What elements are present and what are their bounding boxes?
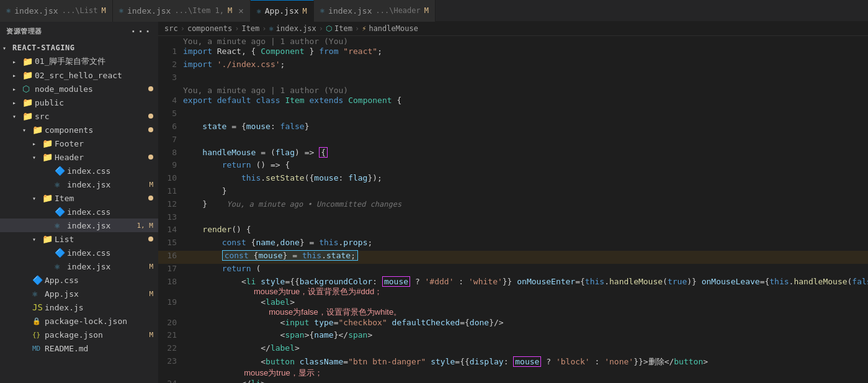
annotation-mouse-false-bg: mouse为false，设置背景色为white。 [269, 307, 401, 317]
jsx-file-icon: ⚛ [55, 179, 65, 189]
ln-18: 18 [158, 277, 183, 297]
code-line-15: 15 const {name,done} = this.props; [158, 238, 868, 251]
sidebar-item-package-json[interactable]: {} package.json M [0, 328, 158, 341]
header-dot [148, 155, 153, 160]
item-css-label: index.css [67, 207, 158, 217]
header-jsx-label: index.jsx [67, 180, 149, 189]
tab-label2: index.jsx [127, 6, 171, 16]
mouse-highlight-1: mouse [382, 276, 410, 287]
ln-10: 10 [158, 173, 183, 186]
sidebar-item-list-jsx[interactable]: ⚛ index.jsx M [0, 259, 158, 273]
sidebar-item-header-jsx[interactable]: ⚛ index.jsx M [0, 178, 158, 191]
sidebar-item-package-lock[interactable]: 🔒 package-lock.json [0, 314, 158, 328]
sidebar-item-app-jsx[interactable]: ⚛ App.jsx M [0, 287, 158, 300]
sidebar-item-list-folder[interactable]: ▾ 📁 List [0, 232, 158, 246]
code-line-12: 12 } You, a minute ago • Uncommitted cha… [158, 199, 868, 212]
chevron-right-icon2: ▸ [12, 72, 22, 79]
code-line-11: 11 } [158, 186, 868, 199]
ln-14: 14 [158, 225, 183, 238]
sidebar-item-header[interactable]: ▾ 📁 Header [0, 150, 158, 164]
sidebar-item-index-js[interactable]: JS index.js [0, 300, 158, 314]
breadcrumb: src › components › Item › ⚛ index.jsx › … [158, 22, 868, 36]
node-modules-label: node_modules [35, 84, 148, 94]
css-file-icon: 🔷 [55, 166, 65, 176]
sidebar-menu-icon[interactable]: ··· [130, 25, 152, 37]
chevron-down-icon3: ▾ [22, 127, 32, 133]
sidebar-item-list-css[interactable]: 🔷 index.css [0, 246, 158, 259]
ln-22: 22 [158, 343, 183, 356]
ln-3: 3 [158, 73, 183, 86]
code-line-13: 13 [158, 212, 868, 225]
code-line-8: 8 handleMouse = (flag) => { [158, 148, 868, 161]
ln-24: 24 [158, 379, 183, 383]
sidebar-item-folder1[interactable]: ▸ 📁 01_脚手架自带文件 [0, 55, 158, 68]
close-icon[interactable]: ✕ [238, 6, 243, 16]
folder-icon2: 📁 [22, 70, 32, 80]
code-line-3: 3 [158, 73, 868, 86]
jsx-icon3: ⚛ [257, 7, 261, 16]
jsx-icon4: ⚛ [320, 6, 324, 15]
lc-4: export default class Item extends Compon… [183, 96, 868, 109]
sidebar-item-header-css[interactable]: 🔷 index.css [0, 164, 158, 178]
sidebar-item-item-jsx[interactable]: ⚛ index.jsx 1, M [0, 219, 158, 232]
src-dot [148, 114, 153, 119]
ln-1: 1 [158, 47, 183, 60]
sidebar-item-public[interactable]: ▸ 📁 public [0, 96, 158, 109]
folder-label: 01_脚手架自带文件 [35, 56, 158, 67]
lc-14: render() { [183, 225, 868, 238]
sidebar-item-components[interactable]: ▾ 📁 components [0, 123, 158, 137]
tab-label: index.jsx [14, 6, 58, 16]
package-json-label: package.json [45, 330, 149, 340]
ln-20: 20 [158, 318, 183, 331]
modified-dot [148, 86, 153, 91]
sidebar-item-src[interactable]: ▾ 📁 src [0, 109, 158, 123]
git-author-2: You, a minute ago | 1 author (You) [183, 86, 868, 95]
ln-6: 6 [158, 122, 183, 135]
code-line-20: 20 <input type="checkbox" defaultChecked… [158, 318, 868, 331]
lc-8: handleMouse = (flag) => { [183, 148, 868, 161]
breadcrumb-file: index.jsx [276, 24, 316, 33]
code-line-17: 17 return ( [158, 264, 868, 277]
tab-list-index[interactable]: ⚛ index.jsx ...\List M [0, 0, 113, 22]
ln-13: 13 [158, 212, 183, 225]
sidebar-item-item-css[interactable]: 🔷 index.css [0, 205, 158, 219]
breadcrumb-sep3: › [262, 24, 266, 33]
header-label: Header [55, 153, 148, 162]
sidebar-item-folder2[interactable]: ▸ 📁 02_src_hello_react [0, 68, 158, 82]
item-folder-icon: 📁 [42, 193, 52, 203]
header-css-label: index.css [67, 166, 158, 176]
main-layout: 资源管理器 ··· ▾ REACT-STAGING ▸ 📁 01_脚手架自带文件… [0, 22, 868, 383]
tab-item-index[interactable]: ⚛ index.jsx ...\Item 1, M ✕ [113, 0, 251, 22]
git-author-1: You, a minute ago | 1 author (You) [183, 37, 868, 46]
mouse-highlight-2: mouse [513, 356, 541, 367]
item-css-icon: 🔷 [55, 207, 65, 217]
list-jsx-icon: ⚛ [55, 261, 65, 271]
ln-7: 7 [158, 135, 183, 148]
node-modules-icon: ⬡ [22, 84, 32, 94]
sidebar-item-app-css[interactable]: 🔷 App.css [0, 273, 158, 287]
lc-6: state = {mouse: false} [183, 122, 868, 135]
code-line-6: 6 state = {mouse: false} [158, 122, 868, 135]
item-jsx-badge: 1, M [137, 222, 154, 230]
lc-24: </li> mouse为false，隐藏。 [183, 379, 868, 383]
lc-23: <button className="btn btn-danger" style… [183, 356, 868, 379]
sidebar-item-readme[interactable]: MD README.md [0, 341, 158, 355]
editor-content[interactable]: You, a minute ago | 1 author (You) 1 imp… [158, 36, 868, 383]
tab-bar: ⚛ index.jsx ...\List M ⚛ index.jsx ...\I… [0, 0, 868, 22]
code-line-4: 4 export default class Item extends Comp… [158, 96, 868, 109]
lc-11: } [183, 186, 868, 199]
tab-header-index[interactable]: ⚛ index.jsx ...\Header M [314, 0, 436, 22]
breadcrumb-sep4: › [319, 24, 323, 33]
breadcrumb-fn-icon: ⚡ [362, 24, 366, 33]
lc-2: import './index.css'; [183, 60, 868, 73]
code-line-14: 14 render() { [158, 225, 868, 238]
lc-10: this.setState({mouse: flag}); [183, 173, 868, 186]
components-folder-icon: 📁 [32, 125, 42, 135]
sidebar-item-project[interactable]: ▾ REACT-STAGING [0, 41, 158, 55]
breadcrumb-sep1: › [181, 24, 185, 33]
tab-app-jsx[interactable]: ⚛ App.jsx M [251, 0, 314, 22]
chevron-down-icon5: ▾ [32, 195, 42, 202]
sidebar-item-footer[interactable]: ▸ 📁 Footer [0, 137, 158, 150]
sidebar-item-item-folder[interactable]: ▾ 📁 Item [0, 191, 158, 205]
sidebar-item-node-modules[interactable]: ▸ ⬡ node_modules [0, 82, 158, 96]
